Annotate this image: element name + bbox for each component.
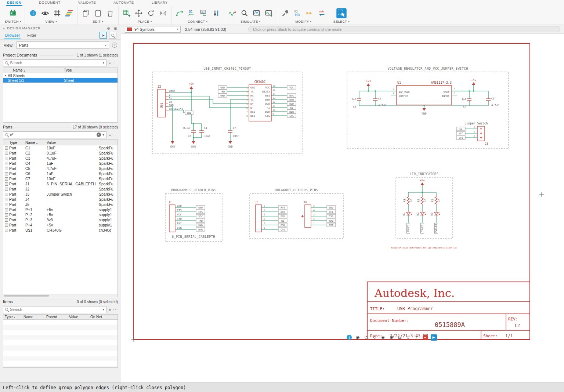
more-options-icon[interactable]: ···	[113, 61, 118, 65]
gnd-symbol[interactable]	[229, 141, 232, 144]
value-label-icon[interactable]: D1	[199, 8, 209, 18]
header-j5[interactable]	[256, 205, 261, 232]
scope-icon[interactable]	[252, 8, 261, 18]
panel-option-icon[interactable]: ⊖	[106, 26, 111, 30]
parts-table-row[interactable]: PartJ4SparkFu	[3, 197, 118, 202]
more-options-icon[interactable]: ···	[113, 133, 118, 137]
list-options-icon[interactable]: ≡	[109, 133, 111, 137]
mirror-icon[interactable]	[158, 8, 168, 18]
connect-menu[interactable]: CONNECT▾	[188, 20, 207, 25]
parts-search-box[interactable]: × ▾	[3, 131, 106, 138]
info-icon[interactable]: i	[346, 334, 352, 341]
sort-icon[interactable]: ▴	[24, 69, 25, 72]
view-select[interactable]: Parts ▾	[17, 41, 109, 49]
scope-export-icon[interactable]	[264, 8, 274, 18]
items-search-input[interactable]	[10, 307, 101, 312]
schematic-canvas[interactable]: USB_INPUT_CH340C_PINOUTJ2USBVBUSD-D+IDGN…	[121, 34, 564, 382]
grid-toggle-icon[interactable]: #	[405, 334, 412, 341]
collapse-panel-icon[interactable]: «	[3, 26, 5, 30]
supply-symbol[interactable]	[472, 82, 476, 85]
net-wire-icon[interactable]	[175, 8, 184, 18]
ripup-icon[interactable]	[305, 8, 314, 18]
menu-tab-document[interactable]: DOCUMENT	[38, 0, 61, 6]
expand-icon[interactable]: +	[413, 334, 420, 341]
zoom-in-icon[interactable]: ⊕	[388, 334, 395, 341]
wrench-icon[interactable]	[281, 8, 290, 18]
led[interactable]	[406, 212, 410, 215]
tab-filter[interactable]: Filter	[26, 32, 37, 39]
wire[interactable]	[191, 92, 202, 124]
place-part-icon[interactable]	[122, 8, 131, 18]
more-options-icon[interactable]: ···	[113, 308, 118, 312]
gnd-symbol[interactable]	[423, 108, 426, 111]
schematic-svg[interactable]: USB_INPUT_CH340C_PINOUTJ2USBVBUSD-D+IDGN…	[121, 34, 564, 382]
scrollbar-thumb[interactable]	[4, 295, 49, 297]
expand-icon[interactable]: ▾	[3, 74, 8, 77]
tab-browser[interactable]: Browser	[4, 32, 21, 39]
parts-table-row[interactable]: PartC110uFSparkFu	[3, 145, 118, 150]
wire[interactable]	[168, 110, 185, 113]
supply-symbol[interactable]	[190, 86, 193, 89]
chevron-down-icon[interactable]: ▾	[103, 61, 104, 65]
menu-tab-library[interactable]: LIBRARY	[151, 0, 169, 6]
select-tool-button[interactable]: ➤	[100, 32, 107, 39]
view-menu[interactable]: VIEW▾	[46, 20, 57, 25]
horizontal-scrollbar[interactable]	[3, 294, 118, 297]
tree-row-sheet[interactable]: Sheet 1/1 Sheet	[3, 78, 118, 83]
sort-icon[interactable]: ▴	[36, 142, 38, 144]
gnd-symbol[interactable]	[171, 141, 174, 144]
layer-select[interactable]: 94 Symbols ▾	[125, 26, 181, 33]
replace-value-icon[interactable]: R210k	[293, 8, 302, 18]
parts-table-row[interactable]: PartC41uFSparkFu	[3, 161, 118, 166]
parts-table-row[interactable]: PartC34.7uFSparkFu	[3, 156, 118, 161]
header-j4[interactable]	[305, 205, 311, 228]
chevron-down-icon[interactable]: ▾	[103, 133, 104, 137]
simulate-menu[interactable]: SIMULATE▾	[241, 20, 260, 25]
move-icon[interactable]	[134, 8, 144, 18]
swap-icon[interactable]	[317, 8, 326, 18]
project-search-input[interactable]	[10, 61, 101, 65]
visibility-icon[interactable]: ◉	[354, 334, 361, 341]
layers-icon[interactable]	[65, 8, 74, 18]
header-j1[interactable]	[169, 205, 175, 232]
visibility-icon[interactable]	[40, 8, 50, 18]
menu-tab-automate[interactable]: AUTOMATE	[112, 0, 135, 6]
switch-board-icon[interactable]	[8, 8, 18, 18]
command-line-input[interactable]	[248, 26, 560, 32]
wire[interactable]	[168, 99, 249, 104]
help-icon[interactable]: ?	[112, 43, 117, 48]
supply-symbol[interactable]	[367, 83, 370, 86]
led[interactable]	[420, 212, 424, 215]
parts-table-row[interactable]: PartJ16_PIN_SERIAL_CABLEPTHSparkFu	[3, 181, 118, 186]
clear-search-icon[interactable]: ×	[97, 133, 101, 137]
items-search-box[interactable]: ▾	[3, 306, 106, 313]
parts-table-row[interactable]: PartJ2SparkFu	[3, 186, 118, 192]
remove-icon[interactable]: −	[422, 334, 429, 341]
parts-search-input[interactable]	[10, 133, 95, 137]
switch-menu[interactable]: SWITCH▾	[5, 20, 21, 25]
paste-icon[interactable]	[93, 8, 103, 18]
wire[interactable]	[168, 106, 173, 141]
parts-table-row[interactable]: PartP+33v3supply1	[3, 217, 118, 222]
select-mode-icon[interactable]: ▶	[430, 334, 437, 341]
parts-table-row[interactable]: PartP+4+5vsupply1	[3, 222, 118, 228]
project-search-box[interactable]: ▾	[3, 59, 106, 66]
select-icon[interactable]	[335, 7, 348, 19]
menu-tab-validate[interactable]: VALIDATE	[77, 0, 97, 6]
list-options-icon[interactable]: ≡	[109, 307, 111, 312]
supply-symbol[interactable]	[421, 182, 424, 185]
parts-table-row[interactable]: PartJ5SparkFu	[3, 202, 118, 207]
inspect-icon[interactable]	[240, 8, 249, 18]
parts-table-row[interactable]: PartJ3Jumper SwitchSparkFu	[3, 192, 118, 197]
parts-table-row[interactable]: PartC20.1uFSparkFu	[3, 150, 118, 156]
parts-table-row[interactable]: PartU$1CH340Gch340g	[3, 228, 118, 233]
parts-table-row[interactable]: PartC54.7uFSparkFu	[3, 166, 118, 171]
bus-icon[interactable]	[211, 8, 221, 18]
parts-table-row[interactable]: PartP+1+5vsupply1	[3, 207, 118, 212]
wire[interactable]	[368, 86, 391, 91]
wire[interactable]	[168, 96, 249, 108]
menu-tab-design[interactable]: DESIGN	[6, 0, 22, 6]
rotate-icon[interactable]	[146, 8, 156, 18]
edit-menu[interactable]: EDIT▾	[93, 20, 103, 25]
grid-icon[interactable]	[53, 8, 62, 18]
